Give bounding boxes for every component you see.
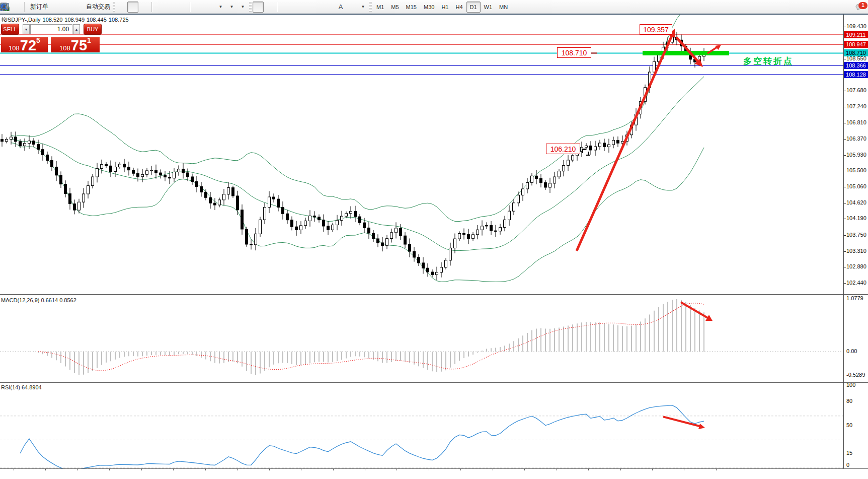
cursor-tool-icon[interactable]	[253, 2, 264, 13]
bull-candle[interactable]	[141, 174, 144, 176]
cn-turning-point-note[interactable]: 多空转折点	[743, 55, 794, 67]
bollinger-upper-band[interactable]	[11, 15, 704, 222]
bull-candle[interactable]	[350, 212, 352, 214]
bull-candle[interactable]	[558, 171, 561, 177]
bear-candle[interactable]	[236, 196, 239, 210]
bull-candle[interactable]	[78, 202, 81, 210]
bear-candle[interactable]	[191, 177, 194, 181]
bear-candle[interactable]	[182, 169, 185, 173]
bear-candle[interactable]	[55, 167, 58, 175]
bull-candle[interactable]	[445, 260, 447, 267]
bear-candle[interactable]	[42, 150, 44, 155]
bear-candle[interactable]	[164, 175, 167, 177]
bull-candle[interactable]	[531, 176, 533, 182]
bull-candle[interactable]	[526, 182, 529, 189]
bear-candle[interactable]	[277, 199, 280, 207]
bull-candle[interactable]	[458, 234, 461, 239]
timeframe-button-m1[interactable]: M1	[373, 2, 387, 13]
bear-candle[interactable]	[381, 243, 384, 246]
new-order-button[interactable]: 新订单	[27, 2, 50, 13]
bear-candle[interactable]	[490, 225, 493, 231]
pane-separator[interactable]	[0, 382, 868, 383]
bear-candle[interactable]	[209, 197, 212, 203]
bear-candle[interactable]	[467, 234, 470, 238]
bull-candle[interactable]	[96, 169, 99, 177]
timeframe-button-h4[interactable]: H4	[452, 2, 466, 13]
bull-candle[interactable]	[395, 228, 398, 233]
zoom-out-icon[interactable]	[166, 2, 177, 13]
deposit-icon[interactable]	[50, 2, 61, 13]
bull-candle[interactable]	[83, 194, 85, 202]
horizontal-line-tool-icon[interactable]	[291, 2, 302, 13]
bull-candle[interactable]	[472, 235, 475, 239]
arrows-tool-icon[interactable]: ▼	[357, 2, 368, 13]
bull-candle[interactable]	[255, 234, 257, 245]
bull-candle[interactable]	[178, 169, 180, 172]
volume-decrease-button[interactable]: ▼	[23, 24, 30, 34]
timeframe-button-mn[interactable]: MN	[496, 2, 511, 13]
bear-candle[interactable]	[187, 173, 189, 177]
bear-candle[interactable]	[196, 181, 198, 186]
chart-shift-icon[interactable]	[204, 2, 215, 13]
bear-candle[interactable]	[323, 220, 325, 226]
auto-scroll-icon[interactable]	[193, 2, 204, 13]
bull-candle[interactable]	[608, 145, 610, 147]
bull-candle[interactable]	[508, 211, 511, 220]
bear-candle[interactable]	[273, 197, 275, 199]
trendline-tool-icon[interactable]	[302, 2, 313, 13]
bear-candle[interactable]	[282, 208, 284, 214]
bull-candle[interactable]	[259, 220, 262, 234]
bull-candle[interactable]	[567, 160, 570, 166]
bear-candle[interactable]	[540, 178, 542, 182]
bear-candle[interactable]	[200, 186, 203, 192]
bull-candle[interactable]	[499, 227, 502, 231]
bull-candle[interactable]	[345, 214, 348, 216]
bear-candle[interactable]	[359, 217, 361, 223]
bear-candle[interactable]	[404, 236, 407, 244]
bear-candle[interactable]	[313, 216, 316, 217]
bull-candle[interactable]	[87, 186, 90, 194]
bull-candle[interactable]	[585, 146, 588, 147]
green-turning-point-band[interactable]	[643, 51, 729, 55]
bull-candle[interactable]	[24, 144, 26, 146]
volume-input[interactable]: 1.00	[30, 24, 72, 34]
bear-candle[interactable]	[463, 234, 465, 235]
timeframe-button-m30[interactable]: M30	[420, 2, 438, 13]
timeframe-button-m15[interactable]: M15	[403, 2, 420, 13]
bear-candle[interactable]	[33, 141, 35, 145]
swing-low-marker[interactable]	[586, 152, 590, 155]
bull-candle[interactable]	[390, 233, 393, 239]
bull-candle[interactable]	[522, 189, 524, 195]
peak-price-annotation[interactable]: 109.357	[640, 24, 672, 35]
bear-candle[interactable]	[318, 217, 321, 220]
bull-candle[interactable]	[173, 172, 176, 178]
bear-candle[interactable]	[372, 233, 375, 239]
bar-chart-type-icon[interactable]	[116, 2, 127, 13]
tick-chart-icon[interactable]	[11, 2, 22, 13]
bull-candle[interactable]	[653, 61, 656, 72]
bull-candle[interactable]	[513, 203, 515, 211]
crosshair-tool-icon[interactable]	[264, 2, 275, 13]
bull-candle[interactable]	[341, 216, 343, 220]
text-label-tool-icon[interactable]: T	[346, 2, 357, 13]
bear-candle[interactable]	[495, 231, 497, 231]
bull-candle[interactable]	[449, 248, 452, 260]
bull-candle[interactable]	[612, 141, 615, 145]
tile-windows-icon[interactable]	[177, 2, 188, 13]
bear-candle[interactable]	[160, 173, 162, 175]
vertical-line-tool-icon[interactable]	[280, 2, 291, 13]
bear-candle[interactable]	[105, 165, 108, 166]
rsi-down-arrow[interactable]	[663, 417, 700, 426]
bull-candle[interactable]	[386, 239, 388, 246]
bull-candle[interactable]	[227, 188, 230, 194]
bear-candle[interactable]	[155, 170, 157, 173]
bull-candle[interactable]	[336, 220, 339, 225]
bear-candle[interactable]	[15, 137, 17, 142]
resistance-price-annotation[interactable]: 108.710	[557, 47, 591, 58]
signals-icon[interactable]	[72, 2, 83, 13]
bull-candle[interactable]	[594, 147, 597, 150]
bear-candle[interactable]	[409, 244, 411, 251]
bear-candle[interactable]	[422, 263, 425, 268]
buy-price-panel[interactable]: 108 75 1	[51, 37, 100, 52]
bear-candle[interactable]	[590, 146, 592, 150]
